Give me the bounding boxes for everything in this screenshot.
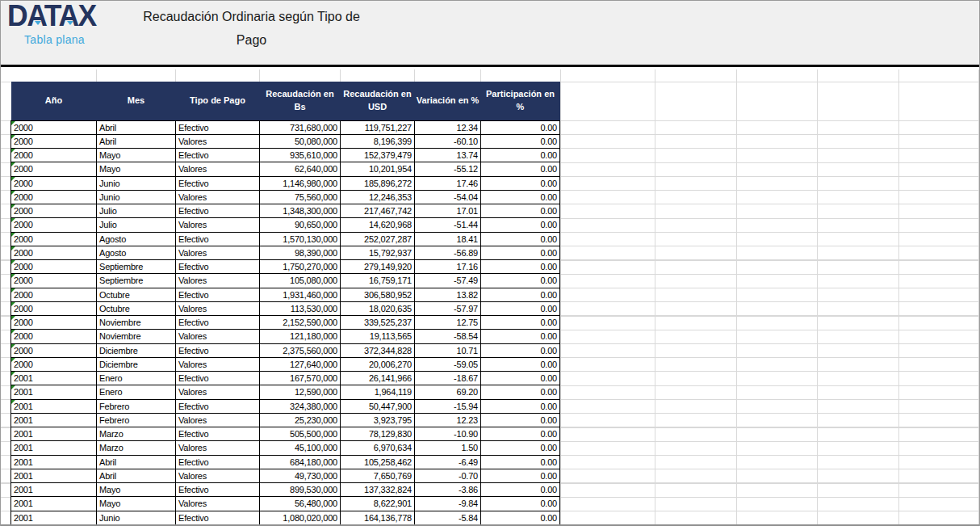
cell-var[interactable]: -59.05 xyxy=(415,357,481,371)
cell-usd[interactable]: 26,141,966 xyxy=(341,372,415,385)
cell-bs[interactable]: 1,750,270,000 xyxy=(260,260,341,274)
cell-part[interactable]: 0.00 xyxy=(481,232,560,246)
cell-ano[interactable]: 2001 xyxy=(11,469,97,482)
cell-mes[interactable]: Julio xyxy=(97,218,176,232)
cell-bs[interactable]: 49,730,000 xyxy=(260,469,341,482)
cell-part[interactable]: 0.00 xyxy=(481,246,560,259)
cell-part[interactable]: 0.00 xyxy=(481,511,560,524)
cell-mes[interactable]: Agosto xyxy=(97,246,176,259)
cell-var[interactable]: -15.94 xyxy=(415,399,481,413)
cell-mes[interactable]: Octubre xyxy=(97,301,176,315)
cell-tipo[interactable]: Efectivo xyxy=(176,483,260,497)
cell-mes[interactable]: Diciembre xyxy=(97,357,176,371)
cell-part[interactable]: 0.00 xyxy=(481,162,560,176)
cell-ano[interactable]: 2001 xyxy=(11,399,97,413)
cell-ano[interactable]: 2000 xyxy=(11,149,97,162)
cell-ano[interactable]: 2000 xyxy=(11,204,97,218)
cell-mes[interactable]: Enero xyxy=(97,385,176,399)
cell-usd[interactable]: 372,344,828 xyxy=(341,343,415,357)
column-header-mes[interactable]: Mes xyxy=(97,82,176,120)
cell-tipo[interactable]: Valores xyxy=(176,469,260,482)
cell-tipo[interactable]: Valores xyxy=(176,385,260,399)
column-header-usd[interactable]: Recaudación en USD xyxy=(341,82,415,120)
cell-bs[interactable]: 1,146,980,000 xyxy=(260,176,341,190)
cell-usd[interactable]: 252,027,287 xyxy=(341,232,415,246)
cell-mes[interactable]: Septiembre xyxy=(97,260,176,274)
cell-tipo[interactable]: Valores xyxy=(176,357,260,371)
cell-bs[interactable]: 105,080,000 xyxy=(260,274,341,288)
cell-var[interactable]: 13.82 xyxy=(415,288,481,301)
cell-mes[interactable]: Diciembre xyxy=(97,343,176,357)
cell-ano[interactable]: 2000 xyxy=(11,190,97,204)
cell-tipo[interactable]: Valores xyxy=(176,190,260,204)
cell-bs[interactable]: 324,380,000 xyxy=(260,399,341,413)
cell-bs[interactable]: 684,180,000 xyxy=(260,455,341,469)
cell-tipo[interactable]: Valores xyxy=(176,274,260,288)
cell-part[interactable]: 0.00 xyxy=(481,385,560,399)
cell-part[interactable]: 0.00 xyxy=(481,427,560,441)
cell-var[interactable]: -3.86 xyxy=(415,483,481,497)
cell-part[interactable]: 0.00 xyxy=(481,343,560,357)
cell-mes[interactable]: Mayo xyxy=(97,483,176,497)
cell-usd[interactable]: 6,970,634 xyxy=(341,441,415,455)
cell-var[interactable]: 17.16 xyxy=(415,260,481,274)
cell-var[interactable]: -58.54 xyxy=(415,330,481,343)
cell-part[interactable]: 0.00 xyxy=(481,218,560,232)
cell-tipo[interactable]: Efectivo xyxy=(176,372,260,385)
column-header-ano[interactable]: Año xyxy=(11,82,97,120)
cell-bs[interactable]: 75,560,000 xyxy=(260,190,341,204)
cell-part[interactable]: 0.00 xyxy=(481,399,560,413)
cell-bs[interactable]: 1,080,020,000 xyxy=(260,511,341,524)
cell-tipo[interactable]: Efectivo xyxy=(176,288,260,301)
cell-mes[interactable]: Junio xyxy=(97,190,176,204)
cell-var[interactable]: 12.75 xyxy=(415,316,481,330)
cell-usd[interactable]: 306,580,952 xyxy=(341,288,415,301)
cell-part[interactable]: 0.00 xyxy=(481,301,560,315)
cell-usd[interactable]: 339,525,237 xyxy=(341,316,415,330)
cell-part[interactable]: 0.00 xyxy=(481,483,560,497)
cell-mes[interactable]: Enero xyxy=(97,372,176,385)
cell-bs[interactable]: 50,080,000 xyxy=(260,134,341,148)
cell-bs[interactable]: 98,390,000 xyxy=(260,246,341,259)
cell-bs[interactable]: 62,640,000 xyxy=(260,162,341,176)
cell-mes[interactable]: Noviembre xyxy=(97,316,176,330)
cell-tipo[interactable]: Valores xyxy=(176,497,260,511)
cell-tipo[interactable]: Efectivo xyxy=(176,149,260,162)
cell-part[interactable]: 0.00 xyxy=(481,274,560,288)
cell-ano[interactable]: 2001 xyxy=(11,455,97,469)
cell-bs[interactable]: 12,590,000 xyxy=(260,385,341,399)
cell-mes[interactable]: Octubre xyxy=(97,288,176,301)
cell-bs[interactable]: 113,530,000 xyxy=(260,301,341,315)
cell-var[interactable]: -57.49 xyxy=(415,274,481,288)
cell-ano[interactable]: 2000 xyxy=(11,274,97,288)
cell-part[interactable]: 0.00 xyxy=(481,497,560,511)
cell-usd[interactable]: 16,759,171 xyxy=(341,274,415,288)
cell-var[interactable]: -6.49 xyxy=(415,455,481,469)
cell-var[interactable]: 17.01 xyxy=(415,204,481,218)
cell-bs[interactable]: 2,375,560,000 xyxy=(260,343,341,357)
cell-mes[interactable]: Noviembre xyxy=(97,330,176,343)
cell-mes[interactable]: Junio xyxy=(97,511,176,524)
cell-var[interactable]: -55.12 xyxy=(415,162,481,176)
cell-mes[interactable]: Agosto xyxy=(97,232,176,246)
cell-ano[interactable]: 2000 xyxy=(11,162,97,176)
cell-tipo[interactable]: Efectivo xyxy=(176,399,260,413)
cell-var[interactable]: -0.70 xyxy=(415,469,481,482)
cell-var[interactable]: -51.44 xyxy=(415,218,481,232)
cell-var[interactable]: 1.50 xyxy=(415,441,481,455)
cell-bs[interactable]: 167,570,000 xyxy=(260,372,341,385)
cell-mes[interactable]: Abril xyxy=(97,120,176,134)
cell-usd[interactable]: 7,650,769 xyxy=(341,469,415,482)
cell-usd[interactable]: 19,113,565 xyxy=(341,330,415,343)
cell-usd[interactable]: 8,622,901 xyxy=(341,497,415,511)
cell-ano[interactable]: 2001 xyxy=(11,427,97,441)
cell-var[interactable]: 13.74 xyxy=(415,149,481,162)
cell-usd[interactable]: 10,201,954 xyxy=(341,162,415,176)
cell-var[interactable]: -57.97 xyxy=(415,301,481,315)
cell-part[interactable]: 0.00 xyxy=(481,316,560,330)
cell-var[interactable]: -10.90 xyxy=(415,427,481,441)
cell-usd[interactable]: 279,149,920 xyxy=(341,260,415,274)
cell-usd[interactable]: 78,129,830 xyxy=(341,427,415,441)
cell-ano[interactable]: 2001 xyxy=(11,385,97,399)
cell-var[interactable]: -18.67 xyxy=(415,372,481,385)
